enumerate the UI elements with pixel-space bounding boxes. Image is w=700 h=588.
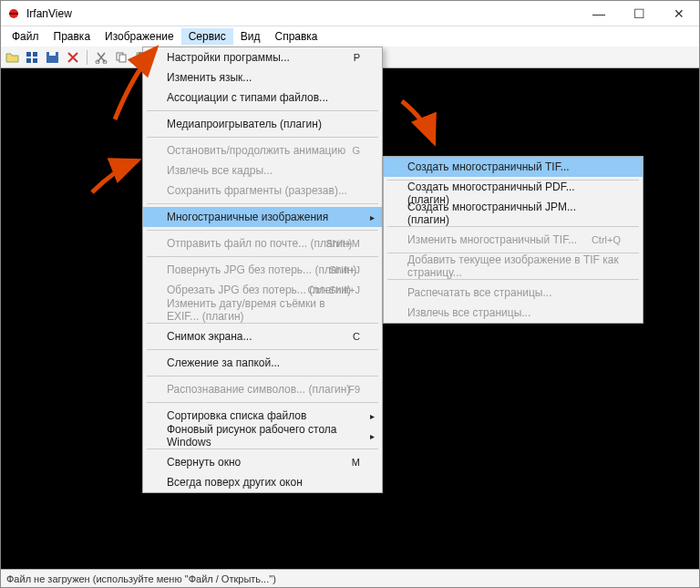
minimize-button[interactable]: — [579, 1, 619, 26]
svg-rect-12 [119, 55, 126, 62]
svg-rect-2 [9, 13, 18, 15]
statusbar: Файл не загружен (используйте меню "Файл… [1, 569, 699, 587]
menu-item[interactable]: Снимок экрана...C [143, 326, 382, 346]
menu-item-label: Ассоциации с типами файлов... [167, 91, 328, 104]
submenu-arrow-icon: ▸ [370, 212, 375, 222]
multipage-submenu: Создать многостраничный TIF...Создать мн… [383, 156, 643, 324]
menu-item[interactable]: Медиапроигрыватель (плагин) [143, 114, 382, 134]
menu-separator [147, 349, 378, 350]
service-dropdown: Настройки программы...PИзменить язык...А… [142, 46, 383, 493]
menu-item[interactable]: Фоновый рисунок рабочего стола Windows▸ [143, 426, 382, 446]
menu-item-label: Изменить многостраничный TIF... [407, 233, 577, 246]
menu-item-shortcut: Shift+J [329, 264, 360, 275]
menu-item[interactable]: Свернуть окноM [143, 452, 382, 472]
toolbar-separator [87, 50, 88, 65]
menu-separator [147, 110, 378, 111]
menu-item-shortcut: G [352, 145, 360, 156]
menu-item: Остановить/продолжить анимациюG [143, 140, 382, 160]
menu-item: Распечатать все страницы... [384, 283, 643, 303]
app-window: IrfanView — ☐ ✕ Файл Правка Изображение … [0, 0, 700, 588]
menu-separator [147, 203, 378, 204]
menu-item-label: Распечатать все страницы... [407, 286, 552, 299]
menu-item[interactable]: Многостраничные изображения▸ [143, 207, 382, 227]
menu-separator [147, 449, 378, 449]
menu-item-shortcut: P [354, 52, 360, 63]
menu-item: Изменить многостраничный TIF...Ctrl+Q [384, 230, 643, 250]
svg-rect-3 [26, 52, 31, 57]
cut-icon[interactable] [93, 49, 109, 66]
menu-item: Изменить дату/время съёмки в EXIF... (пл… [143, 300, 382, 320]
close-button[interactable]: ✕ [659, 1, 699, 26]
submenu-arrow-icon: ▸ [370, 431, 375, 441]
menu-item-shortcut: Shift+M [325, 238, 360, 249]
menu-separator [147, 137, 378, 138]
menu-edit[interactable]: Правка [46, 28, 98, 45]
menu-item-shortcut: Ctrl+Q [592, 234, 621, 245]
menubar: Файл Правка Изображение Сервис Вид Справ… [1, 26, 699, 46]
menu-item-label: Отправить файл по почте... (плагин) [167, 237, 352, 250]
menu-item: Добавить текущее изображение в TIF как с… [384, 256, 643, 276]
menu-item-label: Снимок экрана... [167, 330, 252, 343]
menu-item[interactable]: Настройки программы...P [143, 47, 382, 67]
menu-separator [387, 279, 639, 280]
svg-rect-6 [33, 58, 37, 63]
menu-image[interactable]: Изображение [98, 28, 181, 45]
menu-view[interactable]: Вид [233, 28, 268, 45]
menu-item[interactable]: Слежение за папкой... [143, 353, 382, 373]
menu-item-label: Фоновый рисунок рабочего стола Windows [167, 423, 358, 449]
menu-item: Повернуть JPG без потерь... (плагин)Shif… [143, 260, 382, 280]
copy-icon[interactable] [113, 49, 129, 66]
menu-item-label: Слежение за папкой... [167, 356, 280, 369]
window-controls: — ☐ ✕ [579, 1, 699, 26]
menu-item-label: Многостраничные изображения [167, 211, 328, 223]
menu-item: Извлечь все кадры... [143, 160, 382, 181]
menu-item-label: Остановить/продолжить анимацию [167, 144, 345, 157]
menu-item-label: Создать многостраничный TIF... [407, 160, 570, 173]
menu-item-label: Создать многостраничный JPM... (плагин) [407, 201, 619, 226]
menu-item-shortcut: Ctrl+Shift+J [308, 284, 360, 295]
titlebar: IrfanView — ☐ ✕ [1, 1, 699, 26]
menu-item-label: Свернуть окно [167, 456, 241, 469]
menu-separator [147, 230, 378, 231]
menu-item[interactable]: Создать многостраничный JPM... (плагин) [384, 203, 643, 223]
save-icon[interactable] [45, 49, 61, 66]
menu-item-label: Медиапроигрыватель (плагин) [167, 118, 322, 130]
menu-separator [387, 226, 639, 227]
thumbnails-icon[interactable] [25, 49, 41, 66]
menu-item-label: Изменить язык... [167, 71, 252, 84]
menu-item-label: Сортировка списка файлов [167, 409, 306, 422]
menu-item-label: Сохранить фрагменты (разрезав)... [167, 184, 347, 197]
svg-rect-8 [49, 52, 56, 56]
svg-rect-5 [26, 58, 31, 63]
menu-item-shortcut: F9 [348, 384, 360, 395]
menu-service[interactable]: Сервис [181, 28, 233, 45]
menu-help[interactable]: Справка [267, 28, 324, 45]
menu-item-label: Всегда поверх других окон [167, 476, 303, 489]
delete-icon[interactable] [65, 49, 81, 66]
maximize-button[interactable]: ☐ [619, 1, 659, 26]
menu-item[interactable]: Изменить язык... [143, 67, 382, 88]
menu-item: Распознавание символов... (плагин)F9 [143, 379, 382, 399]
menu-separator [147, 323, 378, 324]
menu-item-label: Распознавание символов... (плагин) [167, 383, 350, 396]
svg-rect-4 [33, 52, 37, 57]
menu-item[interactable]: Всегда поверх других окон [143, 472, 382, 492]
menu-separator [147, 256, 378, 257]
submenu-arrow-icon: ▸ [370, 411, 375, 421]
menu-item: Отправить файл по почте... (плагин)Shift… [143, 233, 382, 253]
menu-separator [147, 402, 378, 403]
menu-item-label: Извлечь все кадры... [167, 164, 273, 177]
menu-item-shortcut: C [353, 331, 360, 342]
menu-item-label: Извлечь все страницы... [407, 306, 530, 319]
menu-item[interactable]: Создать многостраничный TIF... [384, 157, 643, 177]
menu-separator [147, 376, 378, 377]
menu-item: Сохранить фрагменты (разрезав)... [143, 181, 382, 201]
menu-item-label: Добавить текущее изображение в TIF как с… [407, 253, 619, 279]
app-icon [6, 6, 21, 21]
menu-item[interactable]: Ассоциации с типами файлов... [143, 88, 382, 108]
menu-item: Извлечь все страницы... [384, 303, 643, 323]
menu-item-label: Настройки программы... [167, 51, 290, 64]
open-icon[interactable] [5, 49, 21, 66]
menu-file[interactable]: Файл [5, 28, 46, 45]
window-title: IrfanView [26, 7, 72, 20]
